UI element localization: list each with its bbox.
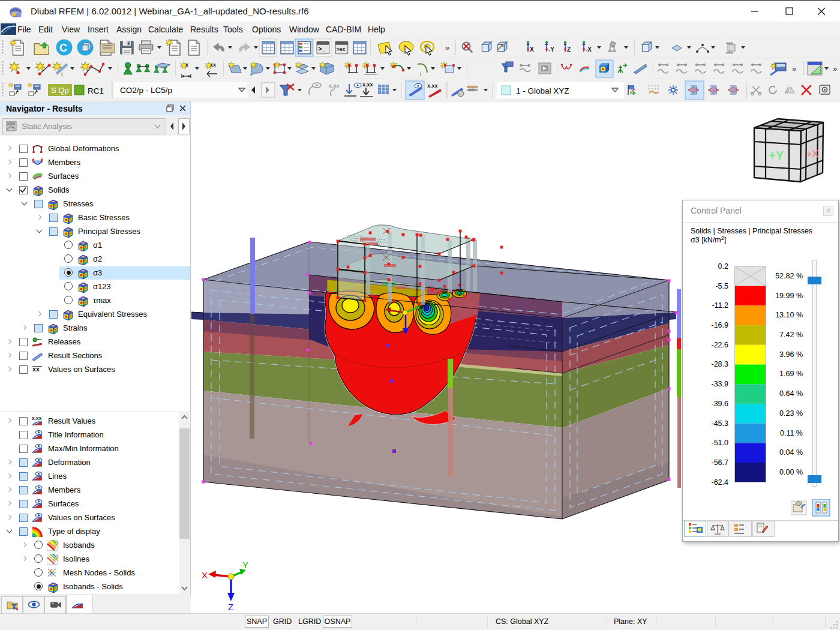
svg-text:»: » [833, 64, 837, 73]
svg-text:x.xx: x.xx [362, 82, 373, 88]
svg-text:I: I [61, 71, 63, 77]
svg-text:Y: Y [242, 560, 248, 570]
svg-text:-Y: -Y [548, 46, 554, 53]
svg-text:CO2/p - LC5/p: CO2/p - LC5/p [120, 86, 172, 95]
svg-text:X: X [530, 46, 534, 53]
svg-text:+X: +X [806, 149, 818, 159]
svg-text:x: x [185, 62, 188, 68]
svg-text:xx: xx [210, 62, 216, 68]
svg-text:S Qp: S Qp [51, 86, 69, 95]
svg-text:»: » [792, 64, 796, 73]
svg-text:-X: -X [586, 46, 592, 53]
svg-text:Z: Z [567, 46, 571, 53]
svg-text:»: » [445, 43, 449, 52]
svg-text:+Y: +Y [769, 149, 784, 162]
svg-text:x.xx: x.xx [329, 83, 340, 89]
svg-text:x.xx: x.xx [427, 83, 438, 89]
svg-text:1 - Global XYZ: 1 - Global XYZ [516, 86, 569, 95]
svg-text:RC1: RC1 [88, 86, 104, 95]
svg-text:Z: Z [228, 602, 233, 612]
svg-text:I: I [420, 71, 422, 77]
svg-text:X: X [202, 570, 208, 580]
svg-text:C: C [59, 42, 67, 54]
